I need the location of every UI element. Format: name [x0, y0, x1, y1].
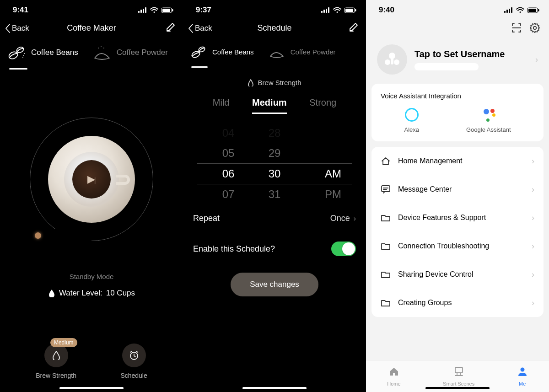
svg-point-14 [101, 46, 102, 47]
brew-strength-action[interactable]: Medium Brew Strength [36, 344, 76, 379]
back-label: Back [12, 24, 29, 33]
svg-rect-1 [140, 10, 142, 13]
scan-icon [511, 23, 522, 33]
svg-point-4 [154, 11, 155, 13]
picker-ampm [300, 147, 341, 160]
pencil-icon [166, 22, 176, 32]
strength-mild[interactable]: Mild [213, 97, 230, 114]
enable-label: Enable this Schedule? [193, 244, 275, 254]
picker-min: 30 [254, 167, 295, 180]
edit-button[interactable] [166, 22, 176, 34]
folder-icon [381, 298, 391, 308]
svg-point-42 [520, 367, 524, 371]
progress-handle[interactable] [35, 232, 41, 239]
repeat-row[interactable]: Repeat Once › [183, 204, 366, 232]
tab-powder-label: Coffee Powder [117, 48, 168, 57]
svg-point-31 [520, 11, 521, 13]
chevron-right-icon: › [535, 55, 538, 64]
picker-row-above[interactable]: 05 29 [197, 143, 352, 163]
tab-beans-label: Coffee Beans [31, 48, 78, 57]
item-label: Message Center [398, 185, 452, 193]
signal-icon [321, 7, 330, 13]
repeat-value-wrap: Once › [330, 214, 356, 223]
picker-min: 31 [254, 188, 295, 201]
enable-toggle[interactable] [331, 242, 356, 256]
item-label: Connection Troubleshooting [398, 242, 489, 250]
pencil-icon [349, 22, 359, 32]
scan-button[interactable] [511, 23, 522, 35]
strength-medium[interactable]: Medium [252, 97, 287, 114]
back-button[interactable]: Back [188, 23, 212, 33]
tab-coffee-powder[interactable]: Coffee Powder [268, 43, 336, 60]
item-home-management[interactable]: Home Management › [371, 147, 544, 175]
tab-home[interactable]: Home [387, 366, 400, 387]
svg-rect-24 [355, 9, 356, 11]
item-creating-groups[interactable]: Creating Groups › [371, 289, 544, 317]
save-button[interactable]: Save changes [231, 273, 318, 296]
tab-label: Me [519, 381, 526, 387]
nav-bar: Back Schedule [183, 19, 366, 39]
svg-point-37 [385, 59, 390, 65]
coffee-beans-icon [189, 43, 208, 60]
tab-coffee-beans[interactable]: Coffee Beans [6, 43, 78, 62]
svg-rect-7 [172, 9, 173, 11]
alexa-label: Alexa [404, 126, 419, 133]
bottom-actions: Medium Brew Strength Schedule [0, 344, 183, 379]
tab-coffee-powder[interactable]: Coffee Powder [92, 43, 168, 62]
tab-me[interactable]: Me [517, 366, 528, 387]
svg-rect-2 [143, 9, 144, 13]
schedule-action[interactable]: Schedule [120, 344, 147, 379]
folder-icon [381, 241, 391, 251]
cup-handle [116, 175, 130, 185]
svg-rect-18 [323, 10, 325, 13]
profile-subline [414, 63, 479, 70]
item-device-features[interactable]: Device Features & Support › [371, 204, 544, 232]
time-picker[interactable]: 0428 05 29 06 30 AM 07 31 PM [197, 123, 352, 204]
status-bar: 9:41 [0, 0, 183, 19]
voice-assistant-card: Voice Assistant Integration Alexa Google… [371, 84, 544, 141]
status-time: 9:40 [379, 5, 394, 15]
screen-schedule: 9:37 Back Schedule Coffee Beans Coffee P… [183, 0, 366, 392]
picker-row-below[interactable]: 07 31 PM [197, 184, 352, 204]
play-button[interactable]: ▶| [72, 160, 111, 199]
chevron-right-icon: › [354, 215, 356, 223]
home-indicator [242, 387, 307, 389]
svg-rect-20 [328, 7, 329, 13]
svg-rect-17 [321, 11, 323, 13]
chevron-right-icon: › [532, 156, 534, 166]
brew-dial: ▶| [0, 88, 183, 271]
svg-point-10 [23, 55, 24, 56]
svg-rect-28 [506, 10, 508, 13]
tab-coffee-beans[interactable]: Coffee Beans [189, 43, 254, 60]
item-troubleshooting[interactable]: Connection Troubleshooting › [371, 232, 544, 260]
tab-label: Home [387, 381, 400, 387]
item-message-center[interactable]: Message Center › [371, 175, 544, 204]
item-sharing-control[interactable]: Sharing Device Control › [371, 260, 544, 289]
alexa-button[interactable]: Alexa [404, 108, 419, 133]
item-label: Device Features & Support [398, 214, 486, 222]
status-time: 9:41 [13, 5, 28, 15]
picker-row-selected[interactable]: 06 30 AM [197, 163, 352, 184]
chevron-right-icon: › [532, 185, 534, 194]
back-button[interactable]: Back [5, 23, 29, 33]
tab-label: Smart Scenes [443, 381, 474, 387]
svg-rect-33 [528, 9, 536, 12]
gear-icon [530, 23, 540, 33]
strength-strong[interactable]: Strong [309, 97, 336, 114]
edit-button[interactable] [349, 22, 359, 34]
settings-button[interactable] [530, 23, 540, 35]
schedule-label: Schedule [120, 372, 147, 379]
svg-rect-30 [511, 7, 512, 13]
screen-me: 9:40 Tap to Set Username › Voice Assista… [366, 0, 549, 392]
status-right-icons [504, 7, 540, 13]
tab-smart-scenes[interactable]: Smart Scenes [443, 366, 474, 387]
svg-point-36 [389, 53, 395, 59]
google-assistant-button[interactable]: Google Assistant [466, 108, 511, 133]
tab-powder-label: Coffee Powder [291, 48, 336, 56]
svg-point-13 [98, 48, 99, 48]
schedule-button[interactable] [122, 344, 146, 367]
profile-row[interactable]: Tap to Set Username › [366, 35, 549, 84]
brew-strength-button[interactable]: Medium [44, 344, 68, 367]
avatar [377, 44, 407, 75]
svg-point-38 [394, 59, 399, 65]
